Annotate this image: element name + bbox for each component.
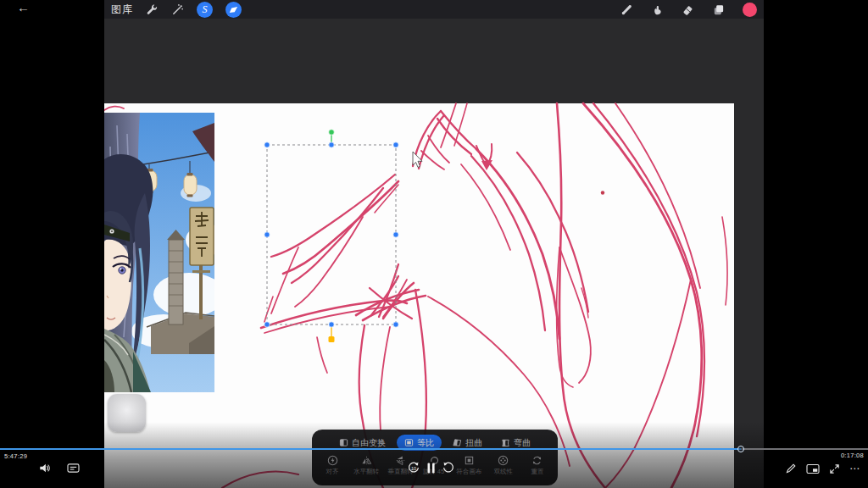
player-controls-center: 10	[407, 461, 455, 474]
warp-mode-icon	[501, 438, 510, 447]
volume-icon	[39, 463, 51, 474]
snap-button[interactable]: 对齐	[320, 455, 345, 481]
reset-button[interactable]: 重置	[525, 455, 550, 481]
progress-fill	[0, 448, 741, 450]
actions-wrench-icon[interactable]	[146, 3, 159, 16]
current-time: 5:47:29	[4, 452, 27, 460]
skip-forward-button[interactable]	[442, 461, 455, 474]
danmaku-button[interactable]	[67, 463, 80, 474]
more-button[interactable]: ⋯	[849, 464, 860, 473]
skip-back-button[interactable]: 10	[407, 461, 420, 474]
eraser-icon[interactable]	[682, 3, 694, 16]
companion-button[interactable]	[108, 394, 146, 432]
pip-icon	[806, 463, 820, 474]
fullscreen-button[interactable]	[829, 463, 840, 474]
skip-forward-icon	[442, 461, 455, 474]
reset-icon	[531, 455, 542, 466]
bilinear-button[interactable]: 双线性	[491, 455, 516, 481]
fit-canvas-icon	[464, 455, 475, 466]
brush-icon[interactable]	[620, 3, 633, 16]
flip-vertical-icon	[395, 455, 406, 466]
uniform-mode-icon	[404, 438, 414, 447]
adjustments-wand-icon[interactable]	[171, 3, 184, 16]
fullscreen-icon	[829, 463, 840, 474]
selection-s-icon: S	[203, 4, 208, 14]
danmaku-icon	[67, 463, 80, 474]
pencil-icon	[785, 463, 797, 474]
procreate-topbar: 图库 S	[104, 0, 764, 19]
back-button[interactable]: ←	[17, 0, 30, 14]
freeform-mode-icon	[339, 438, 348, 447]
gallery-button[interactable]: 图库	[111, 3, 133, 17]
player-controls-left	[39, 463, 80, 474]
player-controls-right: ⋯	[785, 463, 860, 474]
video-player: { "colors": { "accent_blue": "#2f7cf6", …	[0, 0, 868, 488]
pause-button[interactable]	[426, 462, 437, 474]
pip-button[interactable]	[806, 463, 820, 474]
bilinear-icon	[498, 455, 509, 466]
notes-button[interactable]	[785, 463, 797, 474]
transform-arrow-icon	[229, 5, 238, 14]
fit-canvas-button[interactable]: 符合画布	[456, 455, 481, 481]
color-swatch[interactable]	[743, 3, 757, 17]
distort-mode-icon	[453, 438, 462, 447]
transform-toolbar: 自由变换 等比 扭曲 弯曲	[312, 430, 558, 485]
selection-tool-button[interactable]: S	[197, 2, 213, 18]
pause-icon	[426, 462, 437, 474]
snap-icon	[327, 455, 338, 466]
layers-icon[interactable]	[712, 3, 725, 16]
flip-horizontal-button[interactable]: 水平翻转	[353, 455, 379, 481]
reference-image	[104, 113, 214, 392]
svg-text:10: 10	[411, 466, 416, 471]
flip-horizontal-icon	[361, 455, 372, 466]
video-content: 图库 S	[104, 0, 764, 488]
progress-bar[interactable]	[0, 448, 868, 450]
skip-back-10-icon: 10	[407, 461, 420, 474]
remaining-time: 0:17:08	[841, 452, 864, 459]
volume-button[interactable]	[39, 463, 51, 474]
smudge-icon[interactable]	[651, 3, 664, 16]
transform-tool-button[interactable]	[225, 2, 242, 18]
